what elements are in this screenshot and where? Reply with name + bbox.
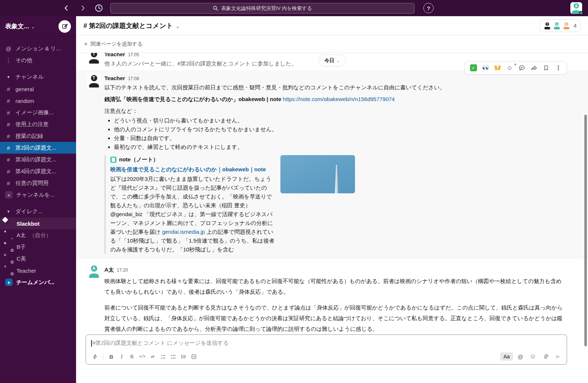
dm-label: Slackbot <box>17 221 40 227</box>
tower-photo-shape <box>334 165 339 193</box>
history-icon[interactable] <box>94 3 104 13</box>
dm-section-header[interactable]: ▼ ダイレク... <box>0 205 76 218</box>
italic-icon[interactable]: I <box>116 352 127 361</box>
dm-label: B子 <box>17 244 26 251</box>
dm-self-suffix: （自分） <box>29 232 51 239</box>
new-message-button[interactable] <box>58 20 71 33</box>
code-block-icon[interactable] <box>189 352 199 361</box>
message-timestamp[interactable]: 17:20 <box>117 265 128 276</box>
input-placeholder: #第2回の課題文献とコメント にメッセージを送信する <box>93 340 229 347</box>
sidebar-channel-item[interactable]: #使用上の注意 <box>0 118 76 130</box>
message-teacher: T Teacher 17:08 以下のテキストを読んで、次回授業日の前日までに感… <box>76 70 588 259</box>
react-check-button[interactable]: ✓ <box>469 63 478 73</box>
slack-app: 表象文化論特殊研究演習IV 内を検索する ? A 表象文... ⌄ @ メンシ <box>0 0 588 383</box>
plus-icon: + <box>5 191 12 198</box>
channel-label: 使用上の注意 <box>15 121 49 128</box>
search-placeholder: 表象文化論特殊研究演習IV 内を検索する <box>221 5 312 12</box>
sidebar-item-label: その他 <box>15 57 32 64</box>
raised-hands-emoji-icon <box>495 65 501 70</box>
at-icon: @ <box>5 46 12 52</box>
message-author[interactable]: A太 <box>104 264 114 275</box>
dm-item[interactable]: B B子 <box>0 241 76 253</box>
channel-title-button[interactable]: # 第2回の課題文献とコメント ⌄ <box>83 21 180 30</box>
more-actions-icon[interactable]: ⋮ <box>553 63 563 73</box>
user-avatar[interactable]: A <box>570 2 582 14</box>
sidebar-channel-item[interactable]: #任意の質問用 <box>0 177 76 189</box>
date-divider-button[interactable]: 今日 ⌄ <box>318 54 346 67</box>
add-channel-button[interactable]: + チャンネルを... <box>0 189 76 201</box>
dm-item-slackbot[interactable]: Slackbot <box>0 218 76 229</box>
dm-label: A太 <box>17 232 26 239</box>
member-list-button[interactable]: T A B 4 <box>539 19 581 32</box>
hash-icon: # <box>5 98 12 104</box>
show-formatting-button[interactable]: Aa <box>500 352 513 361</box>
message-timestamp[interactable]: 17:05 <box>128 53 139 59</box>
card-inline-link[interactable]: gendai.ismedia.jp <box>162 229 205 235</box>
sidebar-channel-item[interactable]: #random <box>0 95 76 107</box>
dm-item-self[interactable]: A A太 （自分） <box>0 229 76 241</box>
card-title-link[interactable]: 映画を倍速で見ることのなにがわるいのか｜obakeweb｜note <box>110 165 275 174</box>
channel-label: イメージ画像... <box>15 109 54 116</box>
emoji-picker-icon[interactable]: ☺ <box>528 352 538 361</box>
dm-item[interactable]: C C美 <box>0 253 76 265</box>
inline-code-icon[interactable]: </> <box>137 352 147 361</box>
invite-members-button[interactable]: + チームメンバ... <box>0 276 76 288</box>
avatar[interactable]: T <box>87 74 101 87</box>
notes-heading: 注意点など： <box>104 107 566 115</box>
sidebar-item-mentions[interactable]: @ メンション & リ... <box>0 43 76 54</box>
sidebar-item-more[interactable]: ⋮ その他 <box>0 54 76 66</box>
sidebar-channel-item[interactable]: #general <box>0 83 76 95</box>
sidebar-channel-item[interactable]: #イメージ画像... <box>0 107 76 118</box>
vertical-scrollbar[interactable] <box>584 115 587 346</box>
reference-url-link[interactable]: https://note.com/obakeweb/n/n156d9577907… <box>283 96 395 102</box>
save-bookmark-button[interactable] <box>541 63 551 73</box>
reply-in-thread-button[interactable] <box>517 63 527 73</box>
add-bookmark-button[interactable]: + 関連ページを追加する <box>76 35 588 53</box>
sidebar-scroll: @ メンション & リ... ⋮ その他 ▼ チャンネル #general #r… <box>0 37 76 288</box>
toolbar-divider <box>103 353 103 360</box>
forward-icon[interactable] <box>78 3 87 13</box>
section-label: ダイレク... <box>15 208 43 215</box>
share-message-button[interactable] <box>529 63 539 73</box>
dm-label: C美 <box>17 255 26 262</box>
strikethrough-icon[interactable]: S <box>127 352 137 361</box>
hash-icon: # <box>5 121 12 128</box>
sidebar-channel-item[interactable]: #第4回の課題文... <box>0 165 76 177</box>
sidebar-channel-item[interactable]: #授業の記録 <box>0 130 76 142</box>
card-thumbnail-image[interactable] <box>280 155 355 193</box>
search-icon <box>213 6 218 11</box>
channel-label: random <box>15 98 34 104</box>
presence-offline-dot <box>11 249 14 252</box>
message-text: 以下のテキストを読んで、次回授業日の前日までに感想・疑問・意見・批判などのコメン… <box>104 83 566 92</box>
bulleted-list-icon[interactable] <box>168 352 178 361</box>
bold-icon[interactable]: B <box>106 352 116 361</box>
attach-file-icon[interactable] <box>540 352 551 361</box>
shortcuts-lightning-icon[interactable] <box>90 352 100 361</box>
add-reaction-button[interactable]: ☺+ <box>505 63 514 73</box>
ordered-list-icon[interactable]: 12 <box>158 352 168 361</box>
sidebar-channel-item[interactable]: #第3回の課題文... <box>0 154 76 165</box>
back-icon[interactable] <box>62 3 71 13</box>
send-message-icon[interactable] <box>553 352 563 361</box>
mention-icon[interactable]: @ <box>515 352 526 361</box>
react-eyes-button[interactable] <box>481 63 490 73</box>
react-raised-hands-button[interactable] <box>493 63 502 73</box>
help-icon[interactable]: ? <box>423 3 434 13</box>
message-author[interactable]: Teacher <box>104 53 125 59</box>
bullet-item: 他の人のコメントにリプライをつけるかたちでもかまいません。 <box>114 125 566 134</box>
plus-icon: + <box>84 41 87 47</box>
link-icon[interactable] <box>147 352 158 361</box>
message-input[interactable]: #第2回の課題文献とコメント にメッセージを送信する <box>86 335 567 350</box>
avatar[interactable]: T <box>87 53 101 64</box>
workspace-switcher[interactable]: 表象文... ⌄ <box>0 16 76 37</box>
sidebar-channel-item-selected[interactable]: #第2回の課題文... <box>0 142 76 154</box>
channels-section-header[interactable]: ▼ チャンネル <box>0 71 76 83</box>
search-bar[interactable]: 表象文化論特殊研究演習IV 内を検索する <box>110 3 415 14</box>
blockquote-icon[interactable] <box>178 352 189 361</box>
workspace-name: 表象文... <box>5 22 29 31</box>
message-author[interactable]: Teacher <box>104 74 125 83</box>
avatar[interactable]: A <box>87 264 101 278</box>
dm-item[interactable]: T Teacher <box>0 265 76 276</box>
message-timestamp[interactable]: 17:08 <box>128 74 139 83</box>
channel-label: 第4回の課題文... <box>15 168 56 175</box>
